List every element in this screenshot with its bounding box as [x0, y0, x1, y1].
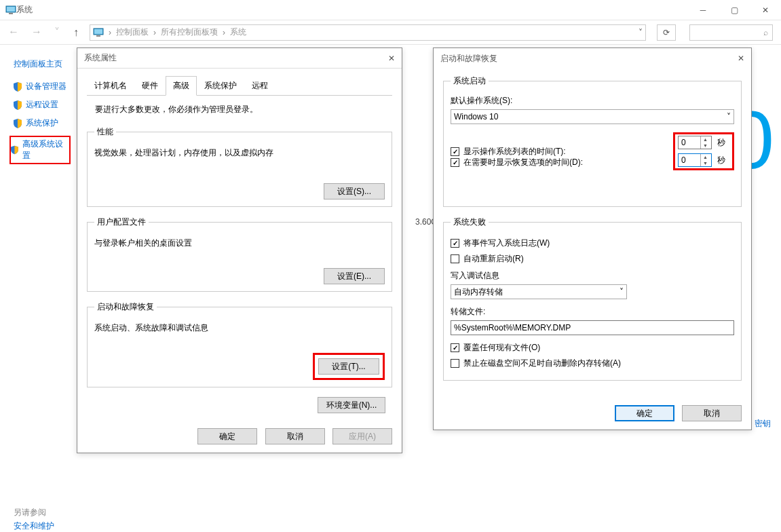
startup-desc: 系统启动、系统故障和调试信息: [94, 322, 385, 334]
tab-system-protection[interactable]: 系统保护: [197, 76, 244, 96]
svg-rect-2: [9, 13, 13, 14]
cancel-button[interactable]: 取消: [682, 405, 742, 421]
default-os-select[interactable]: Windows 10 ˅: [451, 109, 734, 124]
unit-label: 秒: [717, 137, 725, 149]
show-os-list-label: 显示操作系统列表的时间(T):: [463, 146, 673, 157]
tab-computer-name[interactable]: 计算机名: [87, 76, 134, 96]
show-os-list-checkbox[interactable]: [451, 147, 459, 156]
sidebar-home-link[interactable]: 控制面板主页: [14, 58, 71, 70]
ok-button[interactable]: 确定: [197, 428, 257, 444]
sidebar: 控制面板主页 设备管理器 远程设置 系统保护 高级系统设置 另请参阅 安全和维护: [0, 45, 76, 532]
shield-icon: [14, 100, 22, 110]
dialog-titlebar: 启动和故障恢复 ✕: [434, 48, 751, 69]
dump-file-label: 转储文件:: [451, 306, 734, 318]
disable-auto-delete-label: 禁止在磁盘空间不足时自动删除内存转储(A): [463, 358, 621, 369]
spinner-down-icon[interactable]: ▼: [701, 142, 710, 149]
auto-restart-label: 自动重新启动(R): [463, 253, 524, 265]
sidebar-item-advanced-settings[interactable]: 高级系统设置: [9, 136, 71, 164]
tab-advanced[interactable]: 高级: [166, 76, 197, 96]
startup-recovery-dialog: 启动和故障恢复 ✕ 系统启动 默认操作系统(S): Windows 10 ˅ 显…: [433, 48, 752, 430]
os-list-time-spinner[interactable]: ▲▼: [678, 136, 712, 149]
product-key-link[interactable]: 密钥: [755, 418, 771, 430]
dialog-close-button[interactable]: ✕: [738, 54, 744, 63]
disable-auto-delete-checkbox[interactable]: [451, 359, 459, 368]
overwrite-label: 覆盖任何现有文件(O): [463, 342, 540, 354]
os-list-time-input[interactable]: [679, 138, 700, 147]
cancel-button[interactable]: 取消: [265, 428, 325, 444]
dialog-close-button[interactable]: ✕: [388, 54, 395, 63]
search-input[interactable]: ⌕: [689, 24, 773, 41]
search-icon: ⌕: [763, 28, 768, 37]
shield-icon: [11, 145, 18, 155]
startup-legend: 启动和故障恢复: [94, 301, 157, 313]
spinner-up-icon[interactable]: ▲: [701, 136, 710, 142]
breadcrumb[interactable]: › 控制面板 › 所有控制面板项 › 系统 ˅: [90, 24, 646, 41]
system-failure-fieldset: 系统失败 将事件写入系统日志(W) 自动重新启动(R) 写入调试信息 自动内存转…: [443, 216, 742, 381]
svg-rect-4: [94, 29, 102, 34]
dialog-titlebar: 系统属性 ✕: [77, 48, 402, 69]
minimize-button[interactable]: ─: [687, 0, 719, 20]
close-button[interactable]: ✕: [750, 0, 781, 20]
sidebar-item-device-manager[interactable]: 设备管理器: [14, 81, 71, 92]
sidebar-item-system-protection[interactable]: 系统保护: [14, 117, 71, 129]
dump-file-input[interactable]: [451, 320, 734, 335]
overwrite-checkbox[interactable]: [451, 343, 459, 352]
svg-rect-5: [96, 35, 100, 37]
profile-desc: 与登录帐户相关的桌面设置: [94, 238, 385, 249]
nav-dropdown-icon[interactable]: ˅: [54, 26, 60, 39]
environment-variables-button[interactable]: 环境变量(N)...: [318, 397, 385, 413]
profile-settings-button[interactable]: 设置(E)...: [324, 268, 385, 284]
system-startup-fieldset: 系统启动 默认操作系统(S): Windows 10 ˅ 显示操作系统列表的时间…: [443, 75, 742, 207]
system-icon: [5, 5, 16, 15]
breadcrumb-mid[interactable]: 所有控制面板项: [161, 26, 218, 38]
profile-legend: 用户配置文件: [94, 216, 149, 228]
window-titlebar: 系统 ─ ▢ ✕: [0, 0, 781, 20]
auto-restart-checkbox[interactable]: [451, 254, 459, 263]
tab-strip: 计算机名 硬件 高级 系统保护 远程: [87, 75, 392, 96]
recovery-time-spinner[interactable]: ▲▼: [678, 153, 712, 167]
apply-button[interactable]: 应用(A): [332, 428, 392, 444]
highlight-box: ▲▼ 秒 ▲▼ 秒: [673, 132, 734, 170]
address-bar: ← → ˅ ↑ › 控制面板 › 所有控制面板项 › 系统 ˅ ⟳ ⌕: [0, 20, 781, 45]
ok-button[interactable]: 确定: [615, 405, 674, 421]
startup-fieldset: 启动和故障恢复 系统启动、系统故障和调试信息 设置(T)...: [87, 301, 392, 387]
system-properties-dialog: 系统属性 ✕ 计算机名 硬件 高级 系统保护 远程 要进行大多数更改，你必须作为…: [77, 48, 402, 453]
chevron-down-icon: ˅: [727, 112, 731, 121]
tab-remote[interactable]: 远程: [244, 76, 275, 96]
window-title: 系统: [16, 4, 687, 16]
shield-icon: [14, 119, 22, 128]
dialog-title-text: 系统属性: [84, 52, 117, 64]
nav-back-icon[interactable]: ←: [8, 26, 19, 39]
sidebar-item-remote-settings[interactable]: 远程设置: [14, 99, 71, 111]
debug-info-label: 写入调试信息: [451, 270, 734, 282]
write-log-label: 将事件写入系统日志(W): [463, 238, 550, 249]
see-also-label: 另请参阅: [14, 507, 46, 518]
tab-hardware[interactable]: 硬件: [134, 76, 166, 96]
safety-maintenance-link[interactable]: 安全和维护: [14, 520, 54, 532]
write-log-checkbox[interactable]: [451, 239, 459, 248]
refresh-button[interactable]: ⟳: [657, 24, 676, 41]
show-recovery-checkbox[interactable]: [451, 158, 459, 167]
performance-legend: 性能: [94, 126, 116, 138]
spinner-up-icon[interactable]: ▲: [701, 154, 710, 160]
performance-settings-button[interactable]: 设置(S)...: [324, 183, 385, 200]
debug-info-select[interactable]: 自动内存转储 ˅: [451, 284, 627, 299]
nav-forward-icon[interactable]: →: [31, 26, 42, 39]
startup-settings-button[interactable]: 设置(T)...: [318, 358, 379, 375]
maximize-button[interactable]: ▢: [719, 0, 750, 20]
system-startup-legend: 系统启动: [451, 75, 489, 87]
breadcrumb-leaf[interactable]: 系统: [230, 26, 246, 38]
shield-icon: [14, 82, 22, 92]
recovery-time-input[interactable]: [679, 155, 700, 165]
performance-fieldset: 性能 视觉效果，处理器计划，内存使用，以及虚拟内存 设置(S)...: [87, 126, 392, 207]
highlight-box: 设置(T)...: [313, 353, 385, 380]
breadcrumb-root[interactable]: 控制面板: [116, 26, 149, 38]
system-failure-legend: 系统失败: [451, 216, 489, 228]
spinner-down-icon[interactable]: ▼: [701, 160, 710, 166]
dialog-title-text: 启动和故障恢复: [440, 53, 497, 64]
chevron-down-icon: ˅: [620, 287, 624, 297]
chevron-down-icon[interactable]: ˅: [639, 28, 643, 37]
admin-note-text: 要进行大多数更改，你必须作为管理员登录。: [95, 104, 384, 115]
show-recovery-label: 在需要时显示恢复选项的时间(D):: [463, 157, 583, 168]
nav-up-icon[interactable]: ↑: [73, 26, 79, 39]
